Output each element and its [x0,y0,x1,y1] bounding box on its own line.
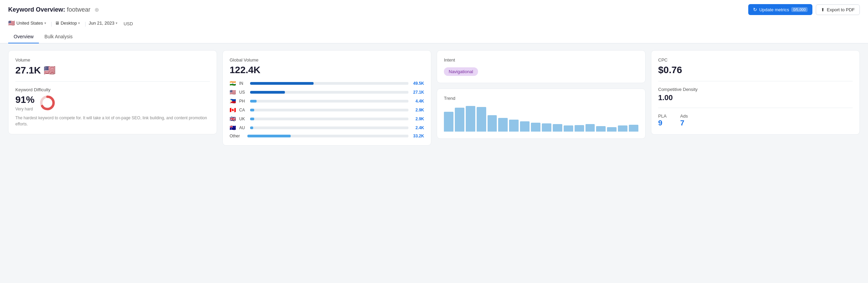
trend-bar [520,121,530,132]
code-in: IN [239,81,247,86]
kd-donut-chart [39,95,56,111]
bar-bg-au [250,126,408,129]
tabs-row: Overview Bulk Analysis [8,30,860,43]
date-label: Jun 21, 2023 [89,21,114,26]
trend-label: Trend [444,96,638,101]
intent-badge: Navigational [444,67,478,76]
kd-label: Keyword Difficulty [15,87,210,92]
chevron-down-icon: ▾ [116,21,117,25]
flag-us: 🇺🇸 [230,89,236,95]
kd-sublabel: Very hard [15,107,34,111]
update-metrics-button[interactable]: ↻ Update metrics 0/5,000 [748,4,812,15]
refresh-icon: ↻ [753,7,757,12]
country-row-us: 🇺🇸 US 27.1K [230,89,424,95]
top-bar-row1: Keyword Overview: footwear ⊕ ↻ Update me… [8,4,860,15]
country-row-au: 🇦🇺 AU 2.4K [230,125,424,131]
trend-bar [509,120,519,132]
country-row-ca: 🇨🇦 CA 2.9K [230,107,424,113]
flag-au: 🇦🇺 [230,125,236,131]
bar-bg-ph [250,100,408,103]
trend-bar [542,123,551,132]
trend-bar [455,108,464,132]
volume-label: Volume [15,57,210,63]
bar-bg-us [250,91,408,94]
global-volume-value: 122.4K [230,65,424,76]
tab-bulk-analysis[interactable]: Bulk Analysis [39,30,78,43]
trend-bar [575,125,584,132]
trend-bar [466,106,475,132]
val-us: 27.1K [411,90,424,95]
flag-in: 🇮🇳 [230,80,236,86]
intent-trend-col: Intent Navigational Trend [437,50,646,139]
code-uk: UK [239,117,247,121]
trend-bar [618,125,627,132]
pla-label: PLA [658,113,667,119]
val-in: 49.5K [411,81,424,86]
val-other: 33.2K [411,134,424,138]
volume-kd-card: Volume 27.1K 🇺🇸 Keyword Difficulty 91% V… [8,50,217,134]
desktop-icon: 🖥 [55,21,59,26]
code-au: AU [239,125,247,130]
trend-bar [585,124,595,132]
global-volume-label: Global Volume [230,57,424,63]
trend-bar [531,123,540,132]
cpc-label: CPC [658,57,853,63]
trend-card: Trend [437,89,646,139]
trend-bar [553,124,562,132]
trend-bar [477,107,486,132]
bar-fill-us [250,91,285,94]
country-flag: 🇺🇸 [8,20,15,26]
val-ca: 2.9K [411,108,424,112]
cpc-card: CPC $0.76 Competitive Density 1.00 PLA 9… [651,50,860,135]
device-filter[interactable]: 🖥 Desktop ▾ [55,19,82,28]
date-filter[interactable]: Jun 21, 2023 ▾ [89,19,119,28]
country-label: United States [16,21,43,26]
trend-bar [596,126,606,132]
bar-fill-au [250,126,253,129]
bar-fill-ca [250,109,254,111]
bar-bg-uk [250,118,408,120]
kd-row: 91% Very hard [15,94,210,111]
chevron-down-icon: ▾ [44,21,46,25]
flag-ph: 🇵🇭 [230,98,236,104]
add-keyword-icon[interactable]: ⊕ [95,6,99,13]
bar-bg-in [250,82,408,85]
flag-ca: 🇨🇦 [230,107,236,113]
other-label: Other [230,134,245,138]
pla-item: PLA 9 [658,113,667,127]
other-row: Other 33.2K [230,134,424,138]
country-row-uk: 🇬🇧 UK 2.9K [230,116,424,122]
filters-row: 🇺🇸 United States ▾ | 🖥 Desktop ▾ | Jun 2… [8,18,860,29]
card-divider [658,81,853,81]
ads-value: 7 [680,119,688,127]
cpc-value: $0.76 [658,65,853,76]
volume-flag: 🇺🇸 [44,65,56,76]
code-us: US [239,90,247,95]
trend-bar [498,118,508,132]
page-title: Keyword Overview: footwear [8,6,90,13]
top-bar: Keyword Overview: footwear ⊕ ↻ Update me… [0,0,868,43]
country-filter[interactable]: 🇺🇸 United States ▾ [8,18,48,29]
volume-value: 27.1K 🇺🇸 [15,65,210,76]
country-row-in: 🇮🇳 IN 49.5K [230,80,424,86]
bar-fill-uk [250,118,254,120]
bar-bg-ca [250,109,408,111]
device-label: Desktop [61,21,77,26]
pla-value: 9 [658,119,667,127]
kd-description: The hardest keyword to compete for. It w… [15,115,210,127]
flag-uk: 🇬🇧 [230,116,236,122]
trend-bar [488,115,497,132]
intent-card: Intent Navigational [437,50,646,83]
currency-label: USD [124,21,133,26]
val-ph: 4.4K [411,99,424,104]
bar-fill-in [250,82,314,85]
pla-ads-row: PLA 9 Ads 7 [658,113,853,127]
tab-overview[interactable]: Overview [8,30,39,43]
card-divider [658,108,853,108]
trend-chart [444,104,638,132]
export-pdf-button[interactable]: ⬆ Export to PDF [816,4,860,15]
ads-label: Ads [680,113,688,119]
bar-fill-ph [250,100,257,103]
intent-label: Intent [444,57,638,63]
quota-badge: 0/5,000 [791,7,808,12]
